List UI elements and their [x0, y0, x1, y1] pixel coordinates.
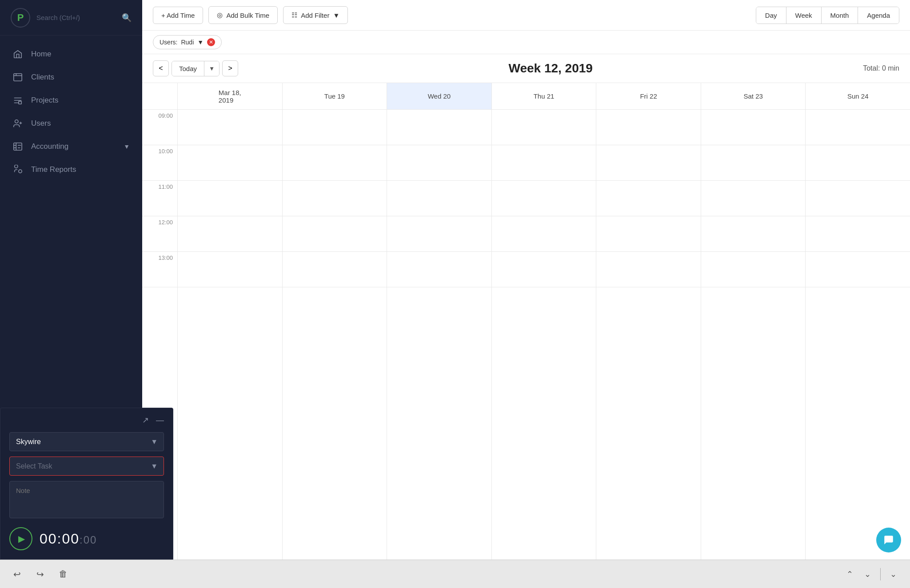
accounting-arrow-icon: ▼ — [124, 143, 130, 150]
day-cell-4-3[interactable] — [596, 216, 701, 252]
day-col-5: Sat 23 — [701, 83, 806, 560]
timer-display: 00:00:00 — [40, 531, 97, 547]
day-cell-1-2[interactable] — [283, 181, 387, 216]
search-placeholder: Search (Ctrl+/) — [36, 14, 80, 21]
day-cell-2-2[interactable] — [387, 181, 491, 216]
filter-arrow-icon: ▼ — [333, 12, 339, 19]
day-cell-6-3[interactable] — [806, 216, 910, 252]
view-day-button[interactable]: Day — [756, 7, 786, 24]
day-cell-6-4[interactable] — [806, 252, 910, 287]
sidebar-item-users[interactable]: Users — [0, 112, 142, 135]
sidebar-item-time-reports-label: Time Reports — [31, 165, 76, 174]
day-cell-5-0[interactable] — [701, 110, 806, 145]
bottom-divider — [880, 568, 881, 580]
timer-popup: ↗ — Skywire ▼ Select Task ▼ ▶ — [0, 408, 173, 560]
day-cell-5-1[interactable] — [701, 145, 806, 181]
day-col-2: Wed 20 — [387, 83, 492, 560]
sidebar-item-clients[interactable]: Clients — [0, 66, 142, 89]
users-filter-remove-button[interactable]: ✕ — [207, 38, 215, 46]
nav-expand-button[interactable]: ⌄ — [885, 566, 901, 582]
day-cell-4-4[interactable] — [596, 252, 701, 287]
sidebar-item-home-label: Home — [31, 50, 51, 59]
nav-down-button[interactable]: ⌄ — [860, 566, 876, 582]
day-cell-5-3[interactable] — [701, 216, 806, 252]
delete-button[interactable]: 🗑 — [55, 566, 71, 582]
task-select[interactable]: Select Task — [9, 457, 164, 476]
add-time-button[interactable]: + Add Time — [153, 7, 203, 24]
timer-popup-controls: ↗ — — [9, 415, 164, 425]
day-col-6: Sun 24 — [806, 83, 910, 560]
add-bulk-time-button[interactable]: ◎ Add Bulk Time — [208, 6, 278, 24]
day-cell-3-2[interactable] — [492, 181, 596, 216]
day-cell-4-0[interactable] — [596, 110, 701, 145]
day-col-3: Thu 21 — [492, 83, 597, 560]
project-select[interactable]: Skywire — [9, 432, 164, 451]
sidebar-item-time-reports[interactable]: Time Reports — [0, 158, 142, 181]
sidebar-item-users-label: Users — [31, 119, 51, 128]
today-dropdown-button[interactable]: ▼ — [204, 61, 219, 76]
day-col-0: Mar 18,2019 — [178, 83, 283, 560]
sidebar-item-projects-label: Projects — [31, 96, 58, 105]
today-button[interactable]: Today — [172, 61, 204, 76]
add-filter-button[interactable]: ☷ Add Filter ▼ — [283, 6, 348, 24]
day-cell-4-2[interactable] — [596, 181, 701, 216]
chat-bubble[interactable] — [876, 528, 901, 552]
sidebar-header: P Search (Ctrl+/) 🔍 — [0, 0, 142, 36]
day-cell-3-0[interactable] — [492, 110, 596, 145]
day-cell-2-3[interactable] — [387, 216, 491, 252]
time-slot-0900: 09:00 — [142, 110, 177, 145]
bulk-time-icon: ◎ — [217, 11, 223, 19]
time-column-header — [142, 83, 177, 110]
calendar-prev-button[interactable]: < — [153, 60, 169, 76]
timer-row: ▶ 00:00:00 — [9, 527, 164, 550]
day-cell-2-1[interactable] — [387, 145, 491, 181]
note-input[interactable] — [9, 481, 164, 518]
search-bar[interactable]: Search (Ctrl+/) 🔍 — [36, 13, 132, 23]
popup-expand-button[interactable]: ↗ — [142, 415, 149, 425]
project-select-wrapper: Skywire ▼ — [9, 432, 164, 451]
users-filter-arrow-icon: ▼ — [197, 39, 204, 46]
view-month-button[interactable]: Month — [822, 7, 858, 24]
day-cell-2-4[interactable] — [387, 252, 491, 287]
home-icon — [12, 49, 23, 60]
sidebar-item-accounting[interactable]: Accounting ▼ — [0, 135, 142, 158]
day-cell-3-4[interactable] — [492, 252, 596, 287]
search-icon[interactable]: 🔍 — [122, 13, 132, 23]
play-button[interactable]: ▶ — [9, 527, 32, 550]
time-reports-icon — [12, 164, 23, 175]
day-cell-1-0[interactable] — [283, 110, 387, 145]
day-cell-5-4[interactable] — [701, 252, 806, 287]
day-cell-0-0[interactable] — [178, 110, 282, 145]
day-cell-1-4[interactable] — [283, 252, 387, 287]
day-col-1: Tue 19 — [283, 83, 387, 560]
popup-minimize-button[interactable]: — — [156, 415, 164, 425]
day-cell-2-0[interactable] — [387, 110, 491, 145]
day-cell-0-2[interactable] — [178, 181, 282, 216]
day-cell-0-4[interactable] — [178, 252, 282, 287]
day-cell-6-1[interactable] — [806, 145, 910, 181]
day-cell-4-1[interactable] — [596, 145, 701, 181]
calendar-next-button[interactable]: > — [222, 60, 238, 76]
sidebar-item-home[interactable]: Home — [0, 43, 142, 66]
day-cell-3-3[interactable] — [492, 216, 596, 252]
view-agenda-button[interactable]: Agenda — [858, 7, 899, 24]
day-cell-0-3[interactable] — [178, 216, 282, 252]
day-cell-1-3[interactable] — [283, 216, 387, 252]
undo-button[interactable]: ↩ — [9, 566, 25, 582]
day-cell-5-2[interactable] — [701, 181, 806, 216]
day-cell-6-2[interactable] — [806, 181, 910, 216]
day-cell-6-0[interactable] — [806, 110, 910, 145]
svg-point-11 — [19, 170, 22, 173]
calendar-grid: 09:00 10:00 11:00 12:00 13:00 Mar 18,201… — [142, 83, 910, 560]
day-cell-3-1[interactable] — [492, 145, 596, 181]
sidebar-item-projects[interactable]: Projects — [0, 89, 142, 112]
day-columns: Mar 18,2019 Tue 19 — [178, 83, 910, 560]
nav-up-button[interactable]: ⌃ — [842, 566, 858, 582]
users-icon — [12, 118, 23, 129]
bottom-actions: ↩ ↪ 🗑 — [9, 566, 71, 582]
redo-button[interactable]: ↪ — [32, 566, 48, 582]
view-week-button[interactable]: Week — [786, 7, 822, 24]
day-cell-1-1[interactable] — [283, 145, 387, 181]
day-cell-0-1[interactable] — [178, 145, 282, 181]
view-switcher: Day Week Month Agenda — [756, 7, 899, 24]
